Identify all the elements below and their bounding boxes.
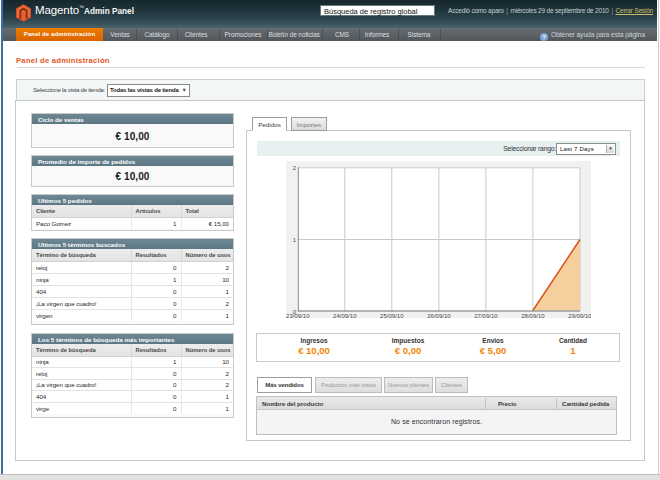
- svg-text:24/09/10: 24/09/10: [333, 313, 357, 319]
- svg-text:29/09/10: 29/09/10: [568, 313, 591, 319]
- svg-text:25/09/10: 25/09/10: [380, 313, 404, 319]
- svg-text:26/09/10: 26/09/10: [427, 313, 451, 319]
- svg-text:27/09/10: 27/09/10: [474, 313, 498, 319]
- svg-text:23/09/10: 23/09/10: [286, 313, 310, 319]
- svg-text:28/09/10: 28/09/10: [521, 313, 545, 319]
